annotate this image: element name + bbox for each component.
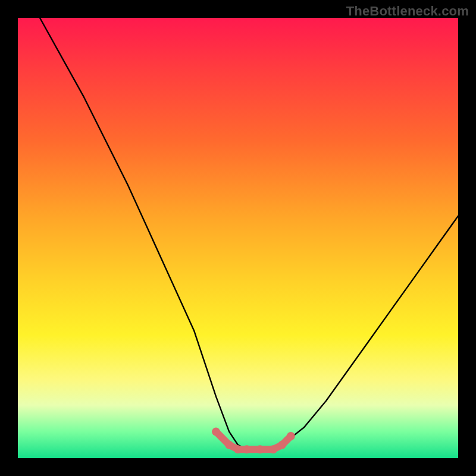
curve-layer — [18, 18, 458, 458]
chart-frame: TheBottleneck.com — [0, 0, 476, 476]
valley-dot — [278, 441, 286, 449]
valley-dot — [212, 428, 220, 436]
plot-area — [18, 18, 458, 458]
valley-dot — [243, 445, 251, 453]
valley-dot — [269, 445, 277, 453]
valley-dot — [225, 441, 233, 449]
bottleneck-curve — [40, 18, 458, 449]
valley-dot — [287, 432, 295, 440]
valley-dot — [234, 445, 242, 453]
watermark-label: TheBottleneck.com — [346, 4, 469, 19]
valley-dot — [256, 445, 264, 453]
